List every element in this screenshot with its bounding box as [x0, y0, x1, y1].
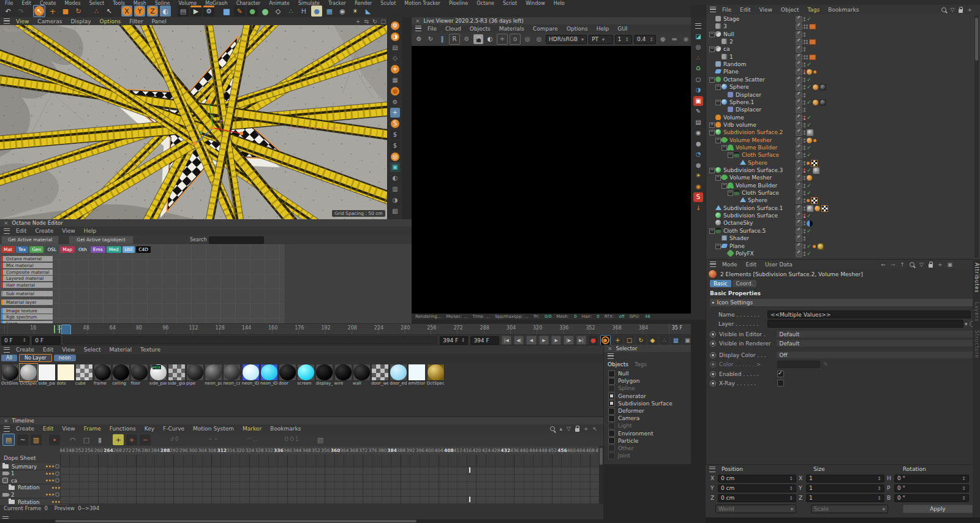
visibility-dots[interactable] [804, 184, 805, 188]
attribute-menu-user-data[interactable]: User Data [765, 262, 793, 268]
check-tag[interactable]: ✓ [807, 122, 812, 128]
node-item-composite-material[interactable]: Composite material [1, 269, 53, 275]
material-menu-material[interactable]: Material [109, 347, 132, 353]
object-row-plane[interactable]: Plane [709, 68, 963, 75]
lock-icon[interactable] [959, 9, 963, 13]
object-row-subdivision-surface-2[interactable]: −Subdivision Surface.2 [709, 129, 963, 136]
node-item-mix-material[interactable]: Mix material [1, 263, 53, 268]
render-canvas[interactable] [412, 46, 691, 314]
material-item[interactable]: OctSpec [20, 364, 37, 386]
get-active-material-button[interactable]: Get Active material [1, 236, 59, 244]
selector-item-polygon[interactable]: Polygon [608, 377, 692, 385]
check-tag[interactable]: ✓ [807, 77, 812, 83]
object-row-cloth-surface[interactable]: −Cloth Surface✓ [709, 189, 963, 197]
viewport-menu-view[interactable]: View [16, 18, 29, 24]
pen-tool[interactable]: ✎ [234, 6, 245, 17]
viewport-menu-options[interactable]: Options [100, 18, 121, 24]
node-tab-c4d[interactable]: C4D [136, 246, 151, 253]
check-tag[interactable]: ✓ [807, 251, 812, 257]
kernel-settings-button[interactable]: ⚙ [462, 34, 472, 44]
visibility-dots[interactable] [804, 40, 808, 44]
get-active-tag-button[interactable]: Get Active tag/object [69, 236, 134, 244]
selector-item-other[interactable]: Other [608, 445, 692, 452]
visibility-dots[interactable] [804, 70, 805, 74]
object-row-displacer[interactable]: Displacer [709, 91, 963, 99]
enabled-radio[interactable] [710, 371, 716, 377]
pencil-tag[interactable] [796, 190, 802, 197]
expand-toggle[interactable]: − [709, 228, 715, 234]
dope-track-ca[interactable]: ca [0, 477, 62, 484]
selector-item-generator[interactable]: Generator [608, 393, 692, 400]
last-tool[interactable]: ↖ [104, 6, 115, 17]
node-tab-ems[interactable]: Ems [91, 246, 105, 253]
octane-add-icon[interactable]: + [390, 64, 400, 74]
up-arrow-icon[interactable]: ↑ [900, 262, 905, 268]
camera-label[interactable]: Perspective [3, 27, 35, 33]
coord-position-y-input[interactable]: 0 cm↕ [718, 484, 796, 492]
dope-ruler[interactable]: 2442482522562602642682722762802842882922… [60, 446, 599, 454]
node-tab-util[interactable]: Util [123, 246, 135, 253]
pencil-tag[interactable] [796, 77, 802, 83]
material-menu-icon[interactable] [4, 347, 10, 353]
expand-toggle[interactable]: − [715, 175, 721, 181]
object-row-volume-mesher[interactable]: −Volume Mesher [709, 137, 963, 144]
material-item[interactable]: cube [75, 364, 92, 386]
cloner-button[interactable]: ∴ [285, 6, 296, 17]
motion-mode-button[interactable]: ▥ [31, 434, 42, 445]
oball-tag[interactable] [813, 85, 818, 90]
material-item[interactable]: dots [57, 364, 74, 386]
oball-tag[interactable] [807, 175, 812, 181]
spheres-stack-icon[interactable]: ● [693, 160, 703, 170]
material-layer-tab-neon[interactable]: neon [54, 355, 76, 361]
node-tab-oth[interactable]: Oth [76, 246, 89, 253]
pencil-tag[interactable] [796, 107, 802, 113]
object-row-subdivision-surface-3[interactable]: −Subdivision Surface.3✓ [709, 167, 963, 174]
selector-item-null[interactable]: Null [608, 370, 692, 377]
live-viewer-menu-compare[interactable]: Compare [533, 26, 558, 32]
forward-arrow-icon[interactable]: → [891, 262, 895, 268]
checker-tag[interactable] [821, 205, 828, 212]
filter-icon[interactable]: ▽ [567, 426, 571, 432]
object-row-polyfx[interactable]: PolyFX✓ [709, 250, 963, 257]
object-manager-menu-file[interactable]: File [722, 7, 731, 13]
previous-frame-button[interactable]: ◀ [526, 336, 536, 345]
oball-tag[interactable] [807, 69, 812, 75]
live-viewer-menu-gui[interactable]: GUI [617, 26, 627, 32]
check-tag[interactable]: ✓ [807, 183, 812, 189]
check-tag[interactable]: ✓ [807, 17, 812, 22]
display-color-select[interactable]: Off [776, 351, 980, 359]
light-button[interactable]: ☀ [350, 6, 361, 17]
live-selection-tool[interactable]: ↖ [33, 5, 45, 17]
visibility-dots[interactable] [804, 78, 805, 82]
sphere-gray-icon[interactable]: ● [693, 139, 703, 149]
display-color-radio[interactable] [710, 352, 716, 358]
object-row-displacer[interactable]: Displacer [709, 106, 963, 113]
menu-item-render[interactable]: Render [355, 1, 372, 5]
visibility-dots[interactable] [804, 206, 805, 211]
pencil-tag[interactable] [796, 197, 802, 204]
menu-item-pipeline[interactable]: Pipeline [449, 1, 468, 5]
material-item[interactable]: ceiling [112, 364, 129, 386]
menu-item-file[interactable]: File [5, 1, 13, 5]
restart-render-button[interactable]: ↻ [426, 34, 435, 44]
attribute-tab-coord[interactable]: Coord. [733, 280, 757, 287]
pencil-tag[interactable] [796, 54, 802, 61]
node-editor-menu-view[interactable]: View [62, 228, 75, 234]
menu-item-animate[interactable]: Animate [269, 1, 290, 5]
material-item[interactable]: neon_pa [205, 364, 222, 386]
timeline-menu-icon[interactable] [4, 426, 10, 432]
oball-tag[interactable] [807, 138, 812, 143]
gray-bar-icon[interactable]: ▬ [669, 34, 679, 44]
tool-cluster-3[interactable]: ◠ ◡ [236, 434, 268, 445]
object-row-ca[interactable]: −ca [709, 45, 963, 53]
filter-icon[interactable]: ▽ [919, 262, 924, 268]
pencil-tag[interactable] [796, 235, 802, 242]
material-item[interactable]: neon_ca [223, 364, 240, 386]
pencil-tag[interactable] [796, 31, 802, 38]
coord-size-x-input[interactable]: 1↕ [806, 475, 884, 483]
down-arrow-icon[interactable]: ↓ [693, 203, 703, 213]
pencil-tag[interactable] [796, 243, 802, 250]
object-manager-scrollbar[interactable] [974, 15, 979, 258]
check-tag[interactable]: ✓ [807, 100, 812, 105]
coord-position-z-input[interactable]: 0 cm↕ [718, 494, 796, 502]
